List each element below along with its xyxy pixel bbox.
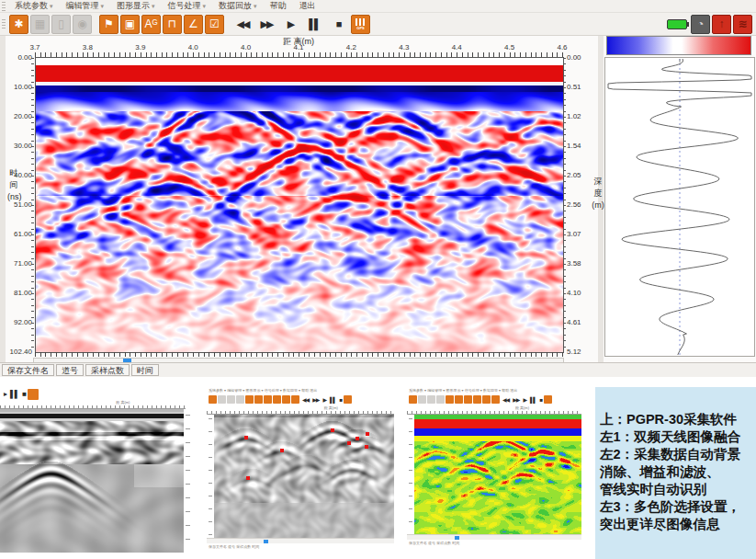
left-tick-label: 71.00	[14, 259, 32, 268]
play-button[interactable]: ▶	[280, 15, 300, 34]
status-tab-1[interactable]: 道号	[56, 364, 84, 376]
chevron-down-icon: ▾	[50, 3, 53, 9]
chevron-down-icon: ▾	[254, 3, 257, 9]
thumb3-left-labels	[407, 415, 414, 534]
thumbnail-dual-frequency-fusion: ▸▌▌■ 距 离(m)	[0, 388, 198, 553]
thumbnail-color-palette: 系统参数 ▾ 编辑管理 ▾ 图形显示 ▾ 信号处理 ▾ 数据回放 ▾ 帮助 退出…	[407, 387, 589, 546]
menu-item-5[interactable]: 帮助	[264, 0, 293, 12]
gps-button[interactable]: GPS	[351, 15, 370, 34]
delete-trash-button[interactable]: ▯	[51, 15, 71, 34]
window-mode-button[interactable]: ◉	[73, 15, 92, 34]
top-tick-label: 4.2	[346, 43, 356, 51]
left-tick-label: 0.00	[17, 53, 32, 62]
gps-signal-icon	[355, 18, 366, 26]
menu-item-1[interactable]: 编辑管理▾	[60, 0, 111, 12]
mini-toolbar-button	[254, 395, 263, 404]
mini-toolbar-button	[227, 395, 235, 404]
top-tick-label: 4.1	[293, 43, 303, 51]
annotation-line-2: 左2：采集数据自动背景	[600, 446, 756, 463]
settings-gear-button[interactable]: ✱	[9, 15, 28, 34]
gain-setting-button[interactable]: Aᴳ	[141, 15, 161, 34]
battery-icon	[667, 19, 687, 29]
menu-item-2[interactable]: 图形显示▾	[110, 0, 162, 12]
mini-play-icon: ▶	[322, 396, 326, 403]
mini-toolbar-button	[464, 395, 472, 404]
display-monitor-button[interactable]: ▣	[120, 15, 140, 34]
thumb2-menu: 系统参数 ▾ 编辑管理 ▾ 图形显示 ▾ 信号处理 ▾ 数据回放 ▾ 帮助 退出	[207, 387, 401, 394]
mini-toolbar-button	[291, 395, 299, 404]
chevron-down-icon: ▾	[101, 3, 105, 9]
top-axis-ticks: 3.73.83.94.04.04.14.24.34.44.54.6	[35, 43, 562, 51]
status-tab-0[interactable]: 保存文件名	[2, 364, 54, 376]
menu-grip	[2, 2, 6, 11]
menu-item-6[interactable]: 退出	[293, 0, 322, 12]
thumb3-menu: 系统参数 ▾ 编辑管理 ▾ 图形显示 ▾ 信号处理 ▾ 数据回放 ▾ 帮助 退出	[407, 387, 589, 394]
mini-toolbar-button	[236, 395, 244, 404]
top-tick-label: 4.0	[241, 43, 251, 51]
annotation-line-0: 上：PGPR-30采集软件	[600, 411, 756, 428]
mini-toolbar-button	[455, 395, 463, 404]
bottom-gallery: ▸▌▌■ 距 离(m) 系统参数 ▾ 编辑管理 ▾ 图形显示 ▾ 信号处理 ▾ …	[0, 377, 756, 559]
right-tick-label: 3.07	[567, 230, 581, 238]
mini-transport-icon: ▸	[4, 390, 6, 398]
mini-toolbar-button	[282, 395, 290, 404]
gauge-button[interactable]: ◔	[691, 15, 710, 34]
left-tick-label: 61.00	[14, 230, 32, 238]
mini-transport-icon: ■	[22, 390, 26, 398]
annotation-line-5: 左3：多色阶选择设置，	[600, 498, 756, 516]
stop-button[interactable]: ■	[328, 15, 348, 34]
mini-toolbar-button	[409, 395, 417, 404]
save-button[interactable]: ▦	[30, 15, 50, 34]
annotation-line-4: 管线实时自动识别	[600, 481, 756, 498]
thumb2-axis: 距 离(m)	[207, 405, 394, 415]
right-tick-label: 5.12	[567, 348, 581, 356]
thumb2-scrollbar	[207, 538, 394, 543]
antenna-radar-icon: ≋	[738, 17, 747, 30]
left-tick-label: 92.00	[14, 318, 32, 326]
thumb3-axis: 距 离(m)	[407, 405, 581, 415]
right-axis-title: 深度(m)	[592, 176, 604, 211]
left-axis-ticks: 0.0010.0020.0030.0040.0051.0061.0071.008…	[4, 57, 32, 353]
upload-button[interactable]: ↑	[712, 15, 731, 34]
window-mode-icon: ◉	[77, 17, 86, 30]
right-tick-label: 4.61	[567, 318, 581, 326]
top-tick-label: 4.5	[504, 43, 514, 51]
fast-forward-button[interactable]: ▶▶	[256, 15, 276, 34]
mini-play-icon: ▶	[523, 396, 526, 403]
app-window: 系统参数▾编辑管理▾图形显示▾信号处理▾数据回放▾帮助退出 ✱▦▯◉⚑▣Aᴳ⊓∠…	[0, 0, 756, 559]
mini-toolbar-button	[418, 395, 426, 404]
left-axis-minor-ticks	[31, 58, 34, 352]
menu-bar: 系统参数▾编辑管理▾图形显示▾信号处理▾数据回放▾帮助退出	[0, 0, 756, 13]
trace-waveform-canvas	[606, 59, 753, 355]
workspace: 距 离(m) 3.73.83.94.04.04.14.24.34.44.54.6…	[0, 36, 756, 362]
status-bar: 保存文件名道号采样点数时间	[0, 362, 756, 377]
antenna-radar-button[interactable]: ≋	[733, 15, 752, 34]
menu-item-0[interactable]: 系统参数▾	[8, 0, 60, 12]
edit-mark-button[interactable]: ☑	[205, 15, 224, 34]
menu-item-4[interactable]: 数据回放▾	[212, 0, 264, 12]
mini-stop-icon: ■	[340, 397, 343, 403]
status-tab-3[interactable]: 时间	[131, 364, 159, 376]
right-tick-label: 0.00	[567, 53, 581, 62]
mini-pause-icon: ▌▌	[530, 397, 536, 403]
menu-item-3[interactable]: 信号处理▾	[162, 0, 213, 12]
rewind-button[interactable]: ◀◀	[232, 15, 253, 34]
gain-curve-button[interactable]: ∠	[184, 15, 203, 34]
mini-toolbar-button	[218, 395, 226, 404]
annotation-line-6: 突出更详尽图像信息	[600, 516, 756, 533]
right-tick-label: 0.51	[567, 83, 581, 91]
marker-pin-button[interactable]: ⚑	[99, 15, 118, 34]
radargram-canvas[interactable]	[35, 57, 564, 353]
pause-button[interactable]: ▌▌	[304, 15, 324, 34]
filter-setting-icon: ⊓	[168, 17, 176, 30]
thumb1-axis: 距 离(m)	[0, 400, 186, 409]
trace-panel	[604, 57, 755, 357]
status-tab-2[interactable]: 采样点数	[85, 364, 130, 376]
right-tick-label: 3.58	[567, 259, 581, 268]
right-tick-label: 2.05	[567, 171, 581, 179]
annotation-block: 上：PGPR-30采集软件左1：双频天线图像融合左2：采集数据自动背景消除、增益…	[595, 387, 756, 559]
display-monitor-icon: ▣	[125, 17, 135, 30]
filter-setting-button[interactable]: ⊓	[163, 15, 182, 34]
annotation-line-3: 消除、增益和滤波、	[600, 463, 756, 481]
mini-toolbar-button	[544, 395, 552, 404]
